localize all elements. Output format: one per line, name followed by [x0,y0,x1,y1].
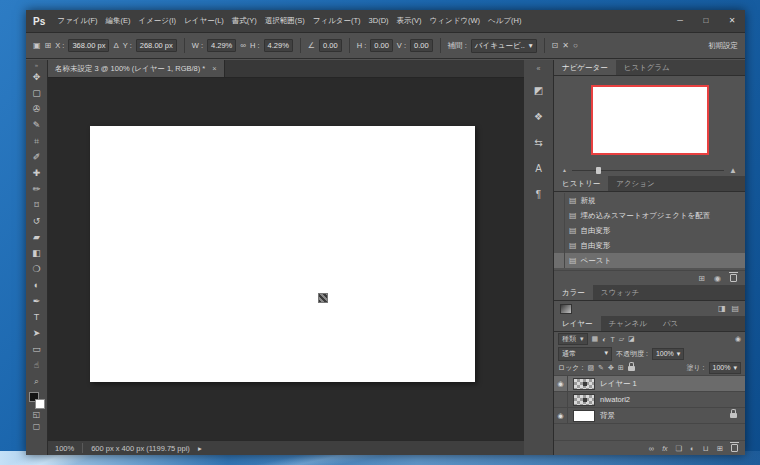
screen-mode-button[interactable]: ▢ [26,421,47,433]
tab-history[interactable]: ヒストリー [554,176,608,191]
menu-item-window[interactable]: ウィンドウ(W) [430,16,480,26]
history-source-well[interactable] [554,208,565,223]
color-grid-icon[interactable]: ▤ [731,304,739,313]
tools-collapse-icon[interactable]: » [35,61,38,69]
layer-name[interactable]: niwatori2 [600,395,630,404]
brush-tool[interactable]: ✏ [26,181,47,197]
gradient-tool[interactable]: ◧ [26,245,47,261]
status-menu-chevron-icon[interactable]: ▸ [198,444,202,453]
menu-item-help[interactable]: ヘルプ(H) [488,16,521,26]
tab-swatches[interactable]: スウォッチ [593,285,647,300]
tab-histogram[interactable]: ヒストグラム [616,60,678,75]
layer-name[interactable]: レイヤー 1 [600,379,637,389]
menu-item-view[interactable]: 表示(V) [397,16,422,26]
libraries-panel-icon[interactable]: ⇆ [528,135,550,150]
filter-kind-select[interactable]: 種類 ▾ [558,333,588,345]
menu-item-layer[interactable]: レイヤー(L) [184,16,224,26]
adjustments-panel-icon[interactable]: ◩ [528,83,550,98]
zoom-tool[interactable]: ⌕ [26,373,47,389]
visibility-eye-icon[interactable] [554,392,568,408]
clone-stamp-tool[interactable]: ⌑ [26,197,47,213]
hand-tool[interactable]: ☝ [26,357,47,373]
pen-tool[interactable]: ✒ [26,293,47,309]
lock-artboard-icon[interactable]: ⊞ [618,364,624,372]
color-picker-swatch[interactable] [560,304,572,314]
layer-thumbnail[interactable] [573,410,595,422]
move-tool[interactable]: ✥ [26,69,47,85]
history-source-well[interactable] [554,238,565,253]
zoom-in-icon[interactable]: ▲ [729,166,737,175]
delete-state-button[interactable] [730,274,737,282]
blend-mode-select[interactable]: 通常 ▾ [558,347,612,361]
tab-layers[interactable]: レイヤー [554,316,601,331]
workspace-select[interactable]: 初期設定 [708,41,738,51]
menu-item-type[interactable]: 書式(Y) [232,16,257,26]
filter-smart-objects-icon[interactable]: ◪ [628,335,635,343]
styles-panel-icon[interactable]: ❖ [528,109,550,124]
new-snapshot-button[interactable]: ◉ [714,274,721,283]
character-panel-icon[interactable]: A [528,161,550,176]
lock-position-icon[interactable]: ✥ [608,364,614,372]
new-layer-button[interactable]: ⊞ [717,444,723,453]
visibility-eye-icon[interactable]: ◉ [554,376,568,392]
crop-tool[interactable]: ⌗ [26,133,47,149]
reference-point-locator-icon[interactable]: ⊞ [45,41,52,50]
layer-row-background[interactable]: ◉ 背景 [554,408,745,424]
menu-item-select[interactable]: 選択範囲(S) [265,16,305,26]
maximize-button[interactable]: □ [693,10,719,32]
spot-healing-brush-tool[interactable]: ✚ [26,165,47,181]
dodge-tool[interactable]: ◐ [26,277,47,293]
lasso-tool[interactable]: ✇ [26,101,47,117]
history-item[interactable]: ▤ 新規 [554,193,745,208]
history-brush-tool[interactable]: ↺ [26,213,47,229]
close-button[interactable]: ✕ [719,10,745,32]
history-item[interactable]: ▤ 埋め込みスマートオブジェクトを配置 [554,208,745,223]
adjustment-layer-button[interactable]: ◐ [690,444,695,453]
tab-color[interactable]: カラー [554,285,593,300]
delete-layer-button[interactable] [731,444,738,452]
zoom-out-icon[interactable]: ▲ [562,167,567,173]
layer-name[interactable]: 背景 [600,411,615,421]
lock-image-pixels-icon[interactable]: ✎ [598,364,604,372]
tab-navigator[interactable]: ナビゲーター [554,60,616,75]
canvas[interactable] [90,126,475,382]
eyedropper-tool[interactable]: ✐ [26,149,47,165]
history-source-well[interactable] [554,253,565,268]
menu-item-edit[interactable]: 編集(E) [106,16,131,26]
navigator-preview[interactable] [591,85,709,155]
maintain-aspect-ratio-link-icon[interactable]: ∞ [240,41,246,50]
lock-all-icon[interactable] [628,366,635,371]
rectangular-marquee-tool[interactable]: ▢ [26,85,47,101]
tab-actions[interactable]: アクション [608,176,662,191]
layer-effects-button[interactable]: fx [662,445,667,452]
history-item[interactable]: ▤ 自由変形 [554,238,745,253]
filter-adjustment-layers-icon[interactable]: ◐ [602,336,606,343]
layer-thumbnail[interactable] [573,394,595,406]
type-tool[interactable]: T [26,309,47,325]
opacity-field[interactable]: 100% ▾ [652,348,684,360]
filter-type-layers-icon[interactable]: T [610,336,614,343]
quick-selection-tool[interactable]: ✎ [26,117,47,133]
zoom-level-field[interactable]: 100% [55,444,74,453]
zoom-slider-thumb[interactable] [596,167,601,174]
blur-tool[interactable]: ❍ [26,261,47,277]
commit-transform-button[interactable]: ○ [573,41,578,50]
menu-item-filter[interactable]: フィルター(T) [313,16,361,26]
link-layers-button[interactable]: ∞ [649,444,654,453]
relative-position-toggle[interactable]: Δ [113,41,118,50]
history-item-selected[interactable]: ▤ ペースト [554,253,745,268]
h-value-field[interactable]: 4.29% [264,39,293,52]
path-selection-tool[interactable]: ➤ [26,325,47,341]
eraser-tool[interactable]: ▰ [26,229,47,245]
history-item[interactable]: ▤ 自由変形 [554,223,745,238]
cancel-transform-button[interactable]: ✕ [562,41,569,50]
interpolation-select[interactable]: バイキュービ.. ▾ [471,39,537,53]
minimize-button[interactable]: ─ [667,10,693,32]
background-color-swatch[interactable] [35,399,45,409]
tool-preset-icon[interactable]: ▣ [33,41,41,50]
layer-thumbnail[interactable] [573,378,595,390]
history-source-well[interactable] [554,223,565,238]
tab-paths[interactable]: パス [655,316,686,331]
skew-v-value-field[interactable]: 0.00 [410,39,433,52]
tab-channels[interactable]: チャンネル [601,316,655,331]
